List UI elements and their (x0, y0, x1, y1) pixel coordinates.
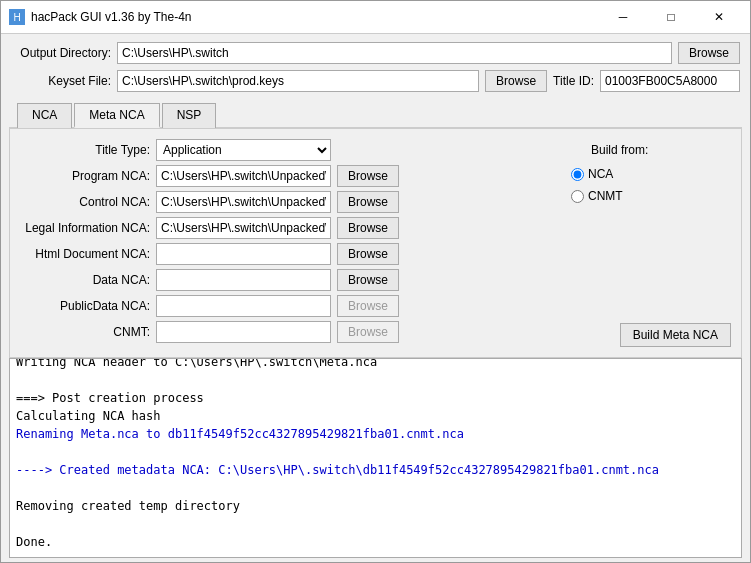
public-data-nca-row: PublicData NCA: Browse (20, 295, 561, 317)
window-controls: ─ □ ✕ (600, 7, 742, 27)
title-type-row: Title Type: Application Patch AddOnConte… (20, 139, 561, 161)
data-nca-input[interactable] (156, 269, 331, 291)
build-from-nca-label: NCA (588, 167, 613, 181)
legal-nca-input[interactable] (156, 217, 331, 239)
log-area: Writing NCA header to C:\Users\HP\.switc… (9, 358, 742, 558)
build-from-label: Build from: (591, 143, 648, 157)
data-nca-browse-button[interactable]: Browse (337, 269, 399, 291)
main-content: Output Directory: Browse Keyset File: Br… (1, 34, 750, 100)
html-nca-browse-button[interactable]: Browse (337, 243, 399, 265)
title-id-label: Title ID: (553, 74, 594, 88)
control-nca-input[interactable] (156, 191, 331, 213)
output-dir-row: Output Directory: Browse (11, 42, 740, 64)
build-from-nca-row: NCA (571, 167, 613, 181)
legal-nca-label: Legal Information NCA: (20, 221, 150, 235)
title-type-select[interactable]: Application Patch AddOnContent Delta (156, 139, 331, 161)
tab-right: Build from: NCA CNMT Build Meta NCA (571, 139, 731, 347)
keyset-input[interactable] (117, 70, 479, 92)
build-from-cnmt-label: CNMT (588, 189, 623, 203)
build-from-cnmt-radio[interactable] (571, 190, 584, 203)
html-nca-input[interactable] (156, 243, 331, 265)
build-from-cnmt-row: CNMT (571, 189, 623, 203)
control-nca-label: Control NCA: (20, 195, 150, 209)
title-bar-left: H hacPack GUI v1.36 by The-4n (9, 9, 192, 25)
tab-section: NCA Meta NCA NSP Title Type: Application… (1, 100, 750, 358)
tab-bar: NCA Meta NCA NSP (9, 102, 742, 129)
keyset-row: Keyset File: Browse Title ID: (11, 70, 740, 92)
public-data-nca-browse-button: Browse (337, 295, 399, 317)
title-type-label: Title Type: (20, 143, 150, 157)
tab-content-meta-nca: Title Type: Application Patch AddOnConte… (9, 129, 742, 358)
output-dir-label: Output Directory: (11, 46, 111, 60)
keyset-label: Keyset File: (11, 74, 111, 88)
window-title: hacPack GUI v1.36 by The-4n (31, 10, 192, 24)
html-nca-label: Html Document NCA: (20, 247, 150, 261)
build-from-nca-radio[interactable] (571, 168, 584, 181)
cnmt-input[interactable] (156, 321, 331, 343)
tab-meta-nca[interactable]: Meta NCA (74, 103, 159, 128)
data-nca-label: Data NCA: (20, 273, 150, 287)
main-window: H hacPack GUI v1.36 by The-4n ─ □ ✕ Outp… (0, 0, 751, 563)
legal-nca-browse-button[interactable]: Browse (337, 217, 399, 239)
program-nca-row: Program NCA: Browse (20, 165, 561, 187)
public-data-nca-input[interactable] (156, 295, 331, 317)
app-icon: H (9, 9, 25, 25)
cnmt-row: CNMT: Browse (20, 321, 561, 343)
tab-nsp[interactable]: NSP (162, 103, 217, 128)
minimize-button[interactable]: ─ (600, 7, 646, 27)
program-nca-browse-button[interactable]: Browse (337, 165, 399, 187)
title-id-input[interactable] (600, 70, 740, 92)
cnmt-label: CNMT: (20, 325, 150, 339)
output-dir-input[interactable] (117, 42, 672, 64)
public-data-nca-label: PublicData NCA: (20, 299, 150, 313)
keyset-browse-button[interactable]: Browse (485, 70, 547, 92)
data-nca-row: Data NCA: Browse (20, 269, 561, 291)
tab-left: Title Type: Application Patch AddOnConte… (20, 139, 561, 347)
title-bar: H hacPack GUI v1.36 by The-4n ─ □ ✕ (1, 1, 750, 34)
maximize-button[interactable]: □ (648, 7, 694, 27)
log-wrapper: Writing NCA header to C:\Users\HP\.switc… (9, 358, 742, 558)
output-dir-browse-button[interactable]: Browse (678, 42, 740, 64)
html-nca-row: Html Document NCA: Browse (20, 243, 561, 265)
build-meta-nca-button[interactable]: Build Meta NCA (620, 323, 731, 347)
control-nca-row: Control NCA: Browse (20, 191, 561, 213)
program-nca-input[interactable] (156, 165, 331, 187)
program-nca-label: Program NCA: (20, 169, 150, 183)
legal-nca-row: Legal Information NCA: Browse (20, 217, 561, 239)
tab-inner: Title Type: Application Patch AddOnConte… (20, 139, 731, 347)
control-nca-browse-button[interactable]: Browse (337, 191, 399, 213)
close-button[interactable]: ✕ (696, 7, 742, 27)
cnmt-browse-button: Browse (337, 321, 399, 343)
tab-nca[interactable]: NCA (17, 103, 72, 128)
